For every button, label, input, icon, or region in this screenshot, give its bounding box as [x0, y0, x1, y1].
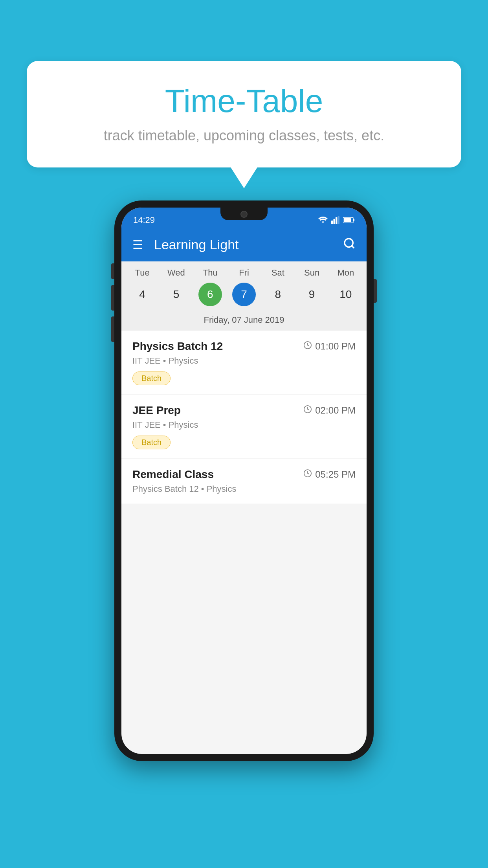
day-wed: Wed: [159, 268, 193, 278]
phone-outer-shell: 14:29: [114, 200, 374, 761]
schedule-item-3-header: Remedial Class 05:25 PM: [132, 468, 356, 481]
time-value-1: 01:00 PM: [315, 341, 356, 352]
calendar-section: Tue Wed Thu Fri Sat Sun Mon 4 5: [121, 261, 367, 331]
day-tue: Tue: [125, 268, 159, 278]
schedule-title-1: Physics Batch 12: [132, 340, 223, 353]
wifi-icon: [318, 216, 328, 224]
app-bar: ☰ Learning Light: [121, 228, 367, 261]
schedule-item-1-header: Physics Batch 12 01:00 PM: [132, 340, 356, 353]
date-5[interactable]: 5: [159, 283, 193, 306]
phone-camera: [240, 211, 248, 218]
timetable-title: Time-Table: [50, 83, 438, 120]
schedule-subtitle-2: IIT JEE • Physics: [132, 420, 356, 430]
batch-badge-1: Batch: [132, 371, 171, 385]
schedule-item-2-header: JEE Prep 02:00 PM: [132, 404, 356, 417]
phone-mockup: 14:29: [114, 200, 374, 761]
phone-power-button: [374, 279, 377, 303]
phone-notch: [220, 208, 268, 220]
date-8[interactable]: 8: [261, 283, 295, 306]
date-10[interactable]: 10: [329, 283, 363, 306]
date-9[interactable]: 9: [295, 283, 328, 306]
date-6[interactable]: 6: [193, 283, 227, 306]
timetable-subtitle: track timetable, upcoming classes, tests…: [50, 127, 438, 144]
schedule-time-2: 02:00 PM: [303, 405, 356, 416]
svg-rect-6: [344, 218, 351, 222]
clock-icon-3: [303, 469, 312, 480]
svg-rect-2: [336, 217, 337, 224]
date-circle-8: 8: [266, 283, 290, 306]
calendar-days-header: Tue Wed Thu Fri Sat Sun Mon: [121, 261, 367, 280]
schedule-time-3: 05:25 PM: [303, 469, 356, 480]
schedule-item-2[interactable]: JEE Prep 02:00 PM IIT JEE • Physics: [121, 395, 367, 458]
svg-rect-1: [334, 219, 335, 224]
svg-point-7: [345, 239, 353, 247]
speech-bubble-tail: [230, 167, 258, 188]
signal-icon: [331, 216, 340, 224]
status-icons: [318, 216, 355, 224]
hamburger-menu-icon[interactable]: ☰: [132, 238, 143, 252]
day-sun: Sun: [295, 268, 328, 278]
date-circle-4: 4: [130, 283, 154, 306]
phone-volume-up-button: [111, 285, 114, 311]
battery-icon: [343, 216, 355, 224]
date-circle-6-today: 6: [198, 283, 222, 306]
svg-rect-3: [338, 216, 339, 224]
phone-mute-button: [111, 263, 114, 279]
time-value-3: 05:25 PM: [315, 469, 356, 480]
day-thu: Thu: [193, 268, 227, 278]
schedule-subtitle-1: IIT JEE • Physics: [132, 356, 356, 366]
time-value-2: 02:00 PM: [315, 405, 356, 416]
day-mon: Mon: [329, 268, 363, 278]
date-circle-9: 9: [300, 283, 324, 306]
svg-rect-0: [331, 221, 333, 224]
date-circle-5: 5: [164, 283, 188, 306]
date-circle-7-selected: 7: [232, 283, 256, 306]
speech-bubble-card: Time-Table track timetable, upcoming cla…: [27, 61, 461, 167]
clock-icon-1: [303, 341, 312, 352]
search-icon[interactable]: [343, 237, 356, 252]
batch-badge-2: Batch: [132, 436, 171, 449]
schedule-title-2: JEE Prep: [132, 404, 181, 417]
clock-icon-2: [303, 405, 312, 416]
schedule-time-1: 01:00 PM: [303, 341, 356, 352]
schedule-list: Physics Batch 12 01:00 PM IIT JEE • P: [121, 331, 367, 504]
date-7[interactable]: 7: [227, 283, 261, 306]
schedule-item-3[interactable]: Remedial Class 05:25 PM Physics Batch: [121, 459, 367, 504]
date-circle-10: 10: [334, 283, 358, 306]
speech-bubble-section: Time-Table track timetable, upcoming cla…: [27, 61, 461, 188]
svg-rect-5: [353, 219, 354, 221]
schedule-title-3: Remedial Class: [132, 468, 214, 481]
app-bar-title: Learning Light: [154, 237, 343, 252]
phone-screen: 14:29: [121, 208, 367, 754]
day-fri: Fri: [227, 268, 261, 278]
selected-date-label: Friday, 07 June 2019: [121, 312, 367, 331]
status-time: 14:29: [133, 215, 155, 225]
schedule-item-1[interactable]: Physics Batch 12 01:00 PM IIT JEE • P: [121, 331, 367, 394]
calendar-dates: 4 5 6 7 8 9: [121, 280, 367, 312]
day-sat: Sat: [261, 268, 295, 278]
schedule-subtitle-3: Physics Batch 12 • Physics: [132, 484, 356, 494]
date-4[interactable]: 4: [125, 283, 159, 306]
phone-volume-down-button: [111, 316, 114, 342]
svg-line-8: [352, 246, 354, 248]
